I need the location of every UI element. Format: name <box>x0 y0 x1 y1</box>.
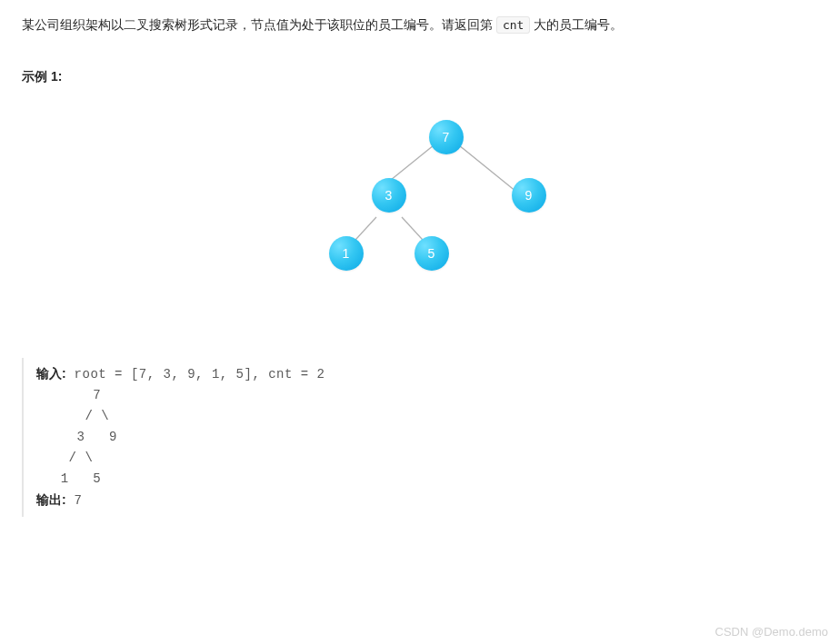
ascii-tree-l2: / \ <box>36 406 817 427</box>
example-code-block: 输入: root = [7, 3, 9, 1, 5], cnt = 2 7 / … <box>22 358 817 518</box>
tree-node-5: 5 <box>415 236 449 271</box>
ascii-tree-l3: 3 9 <box>36 427 817 448</box>
inline-code-cnt: cnt <box>496 16 530 34</box>
tree-edges <box>229 104 611 312</box>
ascii-tree-l1: 7 <box>36 385 817 406</box>
tree-node-1: 1 <box>329 236 364 271</box>
tree-node-9: 9 <box>512 178 546 213</box>
tree-node-3: 3 <box>372 178 406 213</box>
svg-line-1 <box>459 145 516 192</box>
desc-text-2: 大的员工编号。 <box>530 17 623 32</box>
tree-diagram: 7 3 9 1 5 <box>229 104 611 312</box>
ascii-tree-l5: 1 5 <box>36 469 817 490</box>
input-label: 输入: <box>36 366 66 381</box>
tree-node-7: 7 <box>429 120 464 154</box>
desc-text-1: 某公司组织架构以二叉搜索树形式记录，节点值为处于该职位的员工编号。请返回第 <box>22 17 496 32</box>
input-line: 输入: root = [7, 3, 9, 1, 5], cnt = 2 <box>36 363 817 385</box>
output-line: 输出: 7 <box>36 490 817 511</box>
watermark: CSDN @Demo.demo <box>715 625 828 639</box>
problem-description: 某公司组织架构以二叉搜索树形式记录，节点值为处于该职位的员工编号。请返回第 cn… <box>22 15 817 36</box>
output-label: 输出: <box>36 492 66 507</box>
output-value: 7 <box>66 493 83 508</box>
input-value: root = [7, 3, 9, 1, 5], cnt = 2 <box>66 367 325 381</box>
ascii-tree-l4: / \ <box>36 448 817 469</box>
example-title: 示例 1: <box>22 69 817 85</box>
